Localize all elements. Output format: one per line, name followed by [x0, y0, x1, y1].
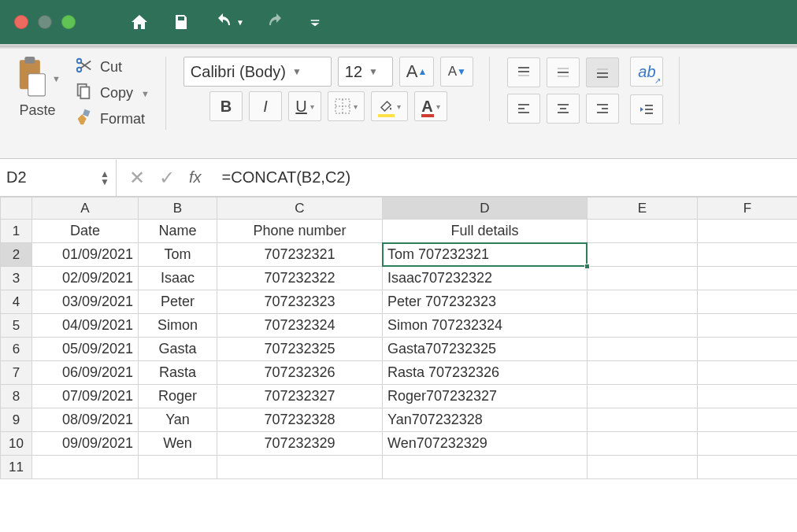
cell-A8[interactable]: 07/09/2021: [32, 385, 139, 408]
cancel-formula-icon[interactable]: ✕: [129, 167, 145, 189]
cell-B5[interactable]: Simon: [139, 314, 217, 338]
cell-C6[interactable]: 707232325: [217, 338, 383, 361]
cell-B11[interactable]: [139, 456, 217, 479]
col-header-D[interactable]: D: [383, 198, 588, 220]
row-header[interactable]: 11: [1, 456, 32, 479]
cell-B10[interactable]: Wen: [139, 432, 217, 456]
cut-button[interactable]: Cut: [75, 57, 150, 78]
cell-A7[interactable]: 06/09/2021: [32, 361, 139, 385]
cell-A10[interactable]: 09/09/2021: [32, 432, 139, 456]
zoom-window-button[interactable]: [61, 15, 76, 29]
align-bottom-button[interactable]: [586, 57, 619, 87]
cell-E5[interactable]: [588, 314, 698, 338]
row-header[interactable]: 9: [1, 408, 32, 432]
cell-C11[interactable]: [217, 456, 383, 479]
paste-button[interactable]: Paste: [19, 102, 55, 119]
font-size-combo[interactable]: 12▼: [338, 57, 393, 87]
row-header[interactable]: 8: [1, 385, 32, 408]
row-header[interactable]: 2: [1, 243, 32, 267]
align-right-button[interactable]: [586, 94, 619, 124]
accept-formula-icon[interactable]: ✓: [159, 167, 175, 189]
row-header[interactable]: 10: [1, 432, 32, 456]
col-header-C[interactable]: C: [217, 198, 383, 220]
cell-F11[interactable]: [698, 456, 798, 479]
fx-icon[interactable]: fx: [189, 168, 202, 187]
cell-D4[interactable]: Peter 707232323: [383, 290, 588, 314]
paste-icon[interactable]: [14, 57, 49, 101]
cell-B2[interactable]: Tom: [139, 243, 217, 267]
cell-F6[interactable]: [698, 338, 798, 361]
cell-E7[interactable]: [588, 361, 698, 385]
home-icon[interactable]: [129, 13, 150, 31]
cell-A2[interactable]: 01/09/2021: [32, 243, 139, 267]
align-middle-button[interactable]: [547, 57, 580, 87]
cell-B7[interactable]: Rasta: [139, 361, 217, 385]
cell-A4[interactable]: 03/09/2021: [32, 290, 139, 314]
cell-F7[interactable]: [698, 361, 798, 385]
copy-dropdown-icon[interactable]: ▼: [141, 89, 150, 98]
undo-icon[interactable]: ▼: [213, 13, 244, 31]
fill-handle[interactable]: [584, 264, 590, 269]
row-header[interactable]: 5: [1, 314, 32, 338]
font-name-combo[interactable]: Calibri (Body)▼: [183, 57, 332, 87]
cell-E4[interactable]: [588, 290, 698, 314]
decrease-font-button[interactable]: A▼: [440, 57, 473, 87]
cell-C4[interactable]: 707232323: [217, 290, 383, 314]
row-header[interactable]: 6: [1, 338, 32, 361]
cell-C5[interactable]: 707232324: [217, 314, 383, 338]
italic-button[interactable]: I: [249, 91, 282, 121]
fill-color-button[interactable]: ▾: [371, 91, 408, 121]
cell-A11[interactable]: [32, 456, 139, 479]
format-painter-button[interactable]: Format: [75, 109, 150, 130]
minimize-window-button[interactable]: [38, 15, 52, 29]
cell-E9[interactable]: [588, 408, 698, 432]
name-box[interactable]: D2 ▲▼: [0, 160, 117, 196]
redo-icon[interactable]: [266, 13, 287, 31]
cell-A9[interactable]: 08/09/2021: [32, 408, 139, 432]
cell-B9[interactable]: Yan: [139, 408, 217, 432]
namebox-down-icon[interactable]: ▼: [100, 178, 109, 186]
cell-A3[interactable]: 02/09/2021: [32, 267, 139, 290]
cell-B6[interactable]: Gasta: [139, 338, 217, 361]
cell-B1[interactable]: Name: [139, 220, 217, 243]
cell-D11[interactable]: [383, 456, 588, 479]
cell-C1[interactable]: Phone number: [217, 220, 383, 243]
cell-E2[interactable]: [588, 243, 698, 267]
cell-D6[interactable]: Gasta707232325: [383, 338, 588, 361]
cell-A1[interactable]: Date: [32, 220, 139, 243]
cell-E10[interactable]: [588, 432, 698, 456]
col-header-F[interactable]: F: [698, 198, 798, 220]
cell-C10[interactable]: 707232329: [217, 432, 383, 456]
cell-D10[interactable]: Wen707232329: [383, 432, 588, 456]
formula-input[interactable]: =CONCAT(B2,C2): [214, 168, 797, 187]
col-header-A[interactable]: A: [32, 198, 139, 220]
borders-button[interactable]: ▾: [328, 91, 365, 121]
cell-E3[interactable]: [588, 267, 698, 290]
row-header[interactable]: 3: [1, 267, 32, 290]
cell-B3[interactable]: Isaac: [139, 267, 217, 290]
row-header[interactable]: 7: [1, 361, 32, 385]
cell-F2[interactable]: [698, 243, 798, 267]
cell-D3[interactable]: Isaac707232322: [383, 267, 588, 290]
orientation-button[interactable]: ab↗: [630, 57, 663, 87]
cell-C2[interactable]: 707232321: [217, 243, 383, 267]
align-center-button[interactable]: [547, 94, 580, 124]
col-header-E[interactable]: E: [588, 198, 698, 220]
cell-D5[interactable]: Simon 707232324: [383, 314, 588, 338]
cell-E8[interactable]: [588, 385, 698, 408]
cell-D1[interactable]: Full details: [383, 220, 588, 243]
spreadsheet-grid[interactable]: A B C D E F 1DateNamePhone numberFull de…: [0, 197, 797, 479]
save-icon[interactable]: [172, 13, 191, 31]
cell-F1[interactable]: [698, 220, 798, 243]
cell-D9[interactable]: Yan707232328: [383, 408, 588, 432]
cell-C9[interactable]: 707232328: [217, 408, 383, 432]
cell-B4[interactable]: Peter: [139, 290, 217, 314]
font-color-button[interactable]: A ▾: [414, 91, 447, 121]
cell-C7[interactable]: 707232326: [217, 361, 383, 385]
cell-D8[interactable]: Roger707232327: [383, 385, 588, 408]
cell-D7[interactable]: Rasta 707232326: [383, 361, 588, 385]
cell-F8[interactable]: [698, 385, 798, 408]
cell-F4[interactable]: [698, 290, 798, 314]
cell-B8[interactable]: Roger: [139, 385, 217, 408]
row-header[interactable]: 1: [1, 220, 32, 243]
